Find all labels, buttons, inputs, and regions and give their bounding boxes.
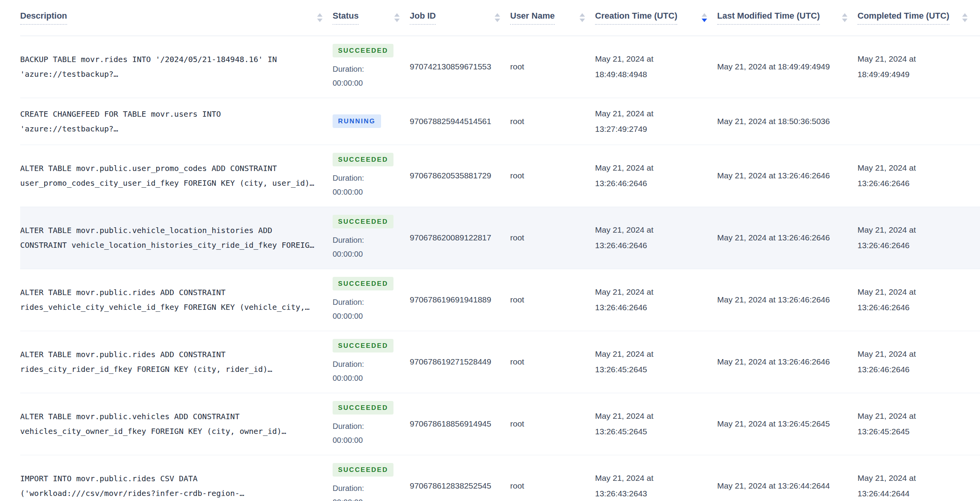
duration-value: 00:00:00: [333, 309, 400, 323]
column-label-user-name[interactable]: User Name: [510, 11, 555, 25]
completed-time: May 21, 2024 at 13:26:46:2646: [858, 284, 955, 315]
job-status-cell: SUCCEEDED Duration: 00:00:00: [333, 331, 410, 393]
column-label-last-modified-time[interactable]: Last Modified Time (UTC): [717, 11, 820, 25]
job-description[interactable]: ALTER TABLE movr.public.user_promo_codes…: [20, 161, 323, 190]
last-modified-time: May 21, 2024 at 13:26:46:2646: [717, 168, 847, 183]
user-name: root: [510, 145, 595, 207]
table-row[interactable]: BACKUP TABLE movr.rides INTO '/2024/05/2…: [20, 36, 980, 98]
column-label-job-id[interactable]: Job ID: [410, 11, 436, 25]
column-header-last-modified-time[interactable]: Last Modified Time (UTC): [717, 0, 858, 36]
job-description[interactable]: BACKUP TABLE movr.rides INTO '/2024/05/2…: [20, 52, 323, 81]
job-description-cell[interactable]: CREATE CHANGEFEED FOR TABLE movr.users I…: [20, 98, 333, 145]
job-description-cell[interactable]: ALTER TABLE movr.public.vehicles ADD CON…: [20, 393, 333, 455]
status-badge: RUNNING: [333, 114, 381, 128]
completed-time-cell: May 21, 2024 at 13:26:44:2644: [858, 455, 980, 501]
sort-icon[interactable]: [702, 13, 707, 22]
column-header-description[interactable]: Description: [20, 0, 333, 36]
job-description[interactable]: ALTER TABLE movr.public.vehicle_location…: [20, 223, 323, 252]
job-status-cell: RUNNING: [333, 98, 410, 145]
completed-time-cell: May 21, 2024 at 13:26:46:2646: [858, 331, 980, 393]
job-description-cell[interactable]: ALTER TABLE movr.public.user_promo_codes…: [20, 145, 333, 207]
completed-time: May 21, 2024 at 13:26:44:2644: [858, 470, 955, 501]
job-description-cell[interactable]: ALTER TABLE movr.public.vehicle_location…: [20, 207, 333, 269]
sort-asc-icon[interactable]: [702, 13, 707, 17]
column-header-completed-time[interactable]: Completed Time (UTC): [858, 0, 980, 36]
job-status-cell: SUCCEEDED Duration: 00:00:00: [333, 455, 410, 501]
table-row[interactable]: ALTER TABLE movr.public.rides ADD CONSTR…: [20, 331, 980, 393]
creation-time-cell: May 21, 2024 at 13:26:43:2643: [595, 455, 717, 501]
sort-desc-icon[interactable]: [580, 19, 585, 22]
creation-time-cell: May 21, 2024 at 13:27:49:2749: [595, 98, 717, 145]
job-description[interactable]: ALTER TABLE movr.public.rides ADD CONSTR…: [20, 347, 323, 377]
user-name: root: [510, 455, 595, 501]
duration-label: Duration:: [333, 481, 400, 495]
column-header-creation-time[interactable]: Creation Time (UTC): [595, 0, 717, 36]
column-label-description[interactable]: Description: [20, 11, 67, 25]
column-header-user-name[interactable]: User Name: [510, 0, 595, 36]
column-label-creation-time[interactable]: Creation Time (UTC): [595, 11, 677, 25]
job-description-cell[interactable]: ALTER TABLE movr.public.rides ADD CONSTR…: [20, 331, 333, 393]
job-description[interactable]: CREATE CHANGEFEED FOR TABLE movr.users I…: [20, 107, 323, 136]
job-description[interactable]: ALTER TABLE movr.public.rides ADD CONSTR…: [20, 285, 323, 314]
user-name: root: [510, 207, 595, 269]
user-name: root: [510, 331, 595, 393]
sort-asc-icon[interactable]: [842, 13, 847, 17]
sort-desc-icon[interactable]: [495, 19, 500, 22]
column-header-job-id[interactable]: Job ID: [410, 0, 510, 36]
sort-icon[interactable]: [495, 13, 500, 22]
last-modified-time: May 21, 2024 at 18:50:36:5036: [717, 114, 847, 129]
last-modified-time: May 21, 2024 at 18:49:49:4949: [717, 59, 847, 74]
column-header-status[interactable]: Status: [333, 0, 410, 36]
table-row[interactable]: IMPORT INTO movr.public.rides CSV DATA (…: [20, 455, 980, 501]
job-id: 970678620535881729: [410, 145, 510, 207]
column-label-completed-time[interactable]: Completed Time (UTC): [858, 11, 949, 25]
job-status-cell: SUCCEEDED Duration: 00:00:00: [333, 207, 410, 269]
job-description-cell[interactable]: IMPORT INTO movr.public.rides CSV DATA (…: [20, 455, 333, 501]
sort-desc-icon[interactable]: [317, 19, 323, 22]
sort-asc-icon[interactable]: [317, 13, 323, 17]
table-row[interactable]: CREATE CHANGEFEED FOR TABLE movr.users I…: [20, 98, 980, 145]
sort-icon[interactable]: [317, 13, 323, 22]
sort-asc-icon[interactable]: [495, 13, 500, 17]
table-row[interactable]: ALTER TABLE movr.public.user_promo_codes…: [20, 145, 980, 207]
job-id: 970678619271528449: [410, 331, 510, 393]
duration-value: 00:00:00: [333, 247, 400, 261]
creation-time: May 21, 2024 at 13:27:49:2749: [595, 106, 693, 137]
duration-value: 00:00:00: [333, 371, 400, 385]
creation-time: May 21, 2024 at 18:49:48:4948: [595, 51, 693, 82]
job-id: 970678825944514561: [410, 98, 510, 145]
sort-icon[interactable]: [580, 13, 585, 22]
jobs-table: Description Status Job ID User Name: [20, 0, 980, 501]
sort-desc-icon[interactable]: [842, 19, 847, 22]
table-row[interactable]: ALTER TABLE movr.public.vehicle_location…: [20, 207, 980, 269]
table-row[interactable]: ALTER TABLE movr.public.vehicles ADD CON…: [20, 393, 980, 455]
table-row[interactable]: ALTER TABLE movr.public.rides ADD CONSTR…: [20, 269, 980, 331]
sort-asc-icon[interactable]: [394, 13, 400, 17]
sort-asc-icon[interactable]: [962, 13, 968, 17]
completed-time-cell: May 21, 2024 at 13:26:46:2646: [858, 207, 980, 269]
job-status-cell: SUCCEEDED Duration: 00:00:00: [333, 269, 410, 331]
completed-time: May 21, 2024 at 13:26:46:2646: [858, 346, 955, 377]
sort-asc-icon[interactable]: [580, 13, 585, 17]
sort-desc-icon[interactable]: [394, 19, 400, 22]
job-description[interactable]: IMPORT INTO movr.public.rides CSV DATA (…: [20, 471, 323, 501]
sort-icon[interactable]: [962, 13, 968, 22]
user-name: root: [510, 36, 595, 98]
column-label-status[interactable]: Status: [333, 11, 359, 25]
sort-desc-icon[interactable]: [702, 19, 707, 22]
last-modified-time-cell: May 21, 2024 at 13:26:44:2644: [717, 455, 858, 501]
job-description[interactable]: ALTER TABLE movr.public.vehicles ADD CON…: [20, 409, 323, 439]
completed-time: May 21, 2024 at 13:26:45:2645: [858, 408, 955, 439]
job-description-cell[interactable]: ALTER TABLE movr.public.rides ADD CONSTR…: [20, 269, 333, 331]
job-description-cell[interactable]: BACKUP TABLE movr.rides INTO '/2024/05/2…: [20, 36, 333, 98]
creation-time: May 21, 2024 at 13:26:45:2645: [595, 408, 693, 439]
duration-value: 00:00:00: [333, 433, 400, 447]
sort-icon[interactable]: [842, 13, 847, 22]
creation-time: May 21, 2024 at 13:26:45:2645: [595, 346, 693, 377]
creation-time-cell: May 21, 2024 at 13:26:46:2646: [595, 269, 717, 331]
sort-desc-icon[interactable]: [962, 19, 968, 22]
last-modified-time-cell: May 21, 2024 at 18:50:36:5036: [717, 98, 858, 145]
job-status-cell: SUCCEEDED Duration: 00:00:00: [333, 36, 410, 98]
last-modified-time-cell: May 21, 2024 at 13:26:46:2646: [717, 269, 858, 331]
sort-icon[interactable]: [394, 13, 400, 22]
